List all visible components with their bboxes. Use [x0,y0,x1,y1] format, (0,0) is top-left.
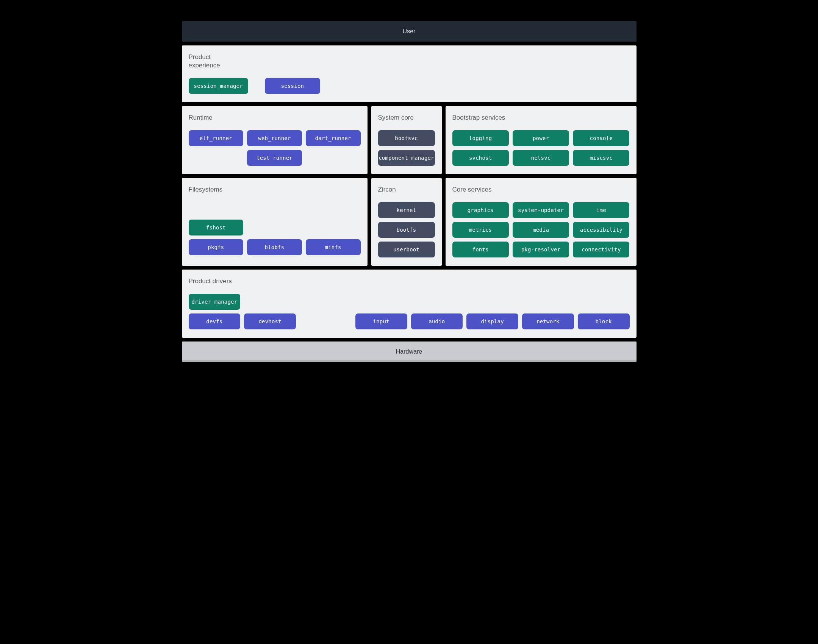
power-chip: power [513,130,569,146]
graphics-chip: graphics [452,202,509,218]
elf-runner-chip: elf_runner [189,130,244,146]
hardware-layer-label: Hardware [396,348,422,355]
block-chip: block [578,313,630,329]
session-manager-chip: session_manager [189,78,248,94]
product-experience-panel: Product experience session_manager sessi… [182,45,637,102]
pkg-resolver-chip: pkg-resolver [513,242,569,257]
user-layer-label: User [403,28,416,34]
miscsvc-chip: miscsvc [573,150,629,166]
core-services-panel: Core services graphics system-updater im… [446,178,637,266]
user-layer-bar: User [182,21,637,42]
media-chip: media [513,222,569,238]
component-manager-chip: component_manager [378,150,435,166]
dart-runner-chip: dart_runner [306,130,361,146]
test-runner-chip: test_runner [247,150,302,166]
network-chip: network [522,313,574,329]
console-chip: console [573,130,629,146]
bootstrap-services-panel: Bootstrap services logging power console… [446,106,637,174]
pkgfs-chip: pkgfs [189,239,244,255]
bootstrap-services-title: Bootstrap services [452,114,630,122]
fshost-chip: fshost [189,220,244,235]
audio-chip: audio [411,313,463,329]
minfs-chip: minfs [306,239,361,255]
zircon-title: Zircon [378,186,435,194]
connectivity-chip: connectivity [573,242,629,257]
ime-chip: ime [573,202,629,218]
kernel-chip: kernel [378,202,435,218]
web-runner-chip: web_runner [247,130,302,146]
devhost-chip: devhost [244,313,296,329]
driver-manager-chip: driver_manager [189,294,241,310]
product-drivers-title: Product drivers [189,277,630,285]
core-services-title: Core services [452,186,630,194]
svchost-chip: svchost [452,150,509,166]
display-chip: display [466,313,518,329]
userboot-chip: userboot [378,242,435,257]
product-drivers-panel: Product drivers driver_manager devfs dev… [182,270,637,338]
input-chip: input [355,313,407,329]
session-chip: session [265,78,320,94]
architecture-diagram: User Product experience session_manager … [179,0,640,365]
fonts-chip: fonts [452,242,509,257]
logging-chip: logging [452,130,509,146]
zircon-panel: Zircon kernel bootfs userboot [371,178,442,266]
accessibility-chip: accessibility [573,222,629,238]
bootfs-chip: bootfs [378,222,435,238]
blobfs-chip: blobfs [247,239,302,255]
hardware-layer-bar: Hardware [182,341,637,362]
devfs-chip: devfs [189,313,241,329]
filesystems-title: Filesystems [189,186,361,194]
product-experience-title: Product experience [189,53,630,70]
runtime-panel: Runtime elf_runner web_runner dart_runne… [182,106,368,174]
netsvc-chip: netsvc [513,150,569,166]
system-core-panel: System core bootsvc component_manager [371,106,442,174]
filesystems-panel: Filesystems fshost pkgfs blobfs minfs [182,178,368,266]
runtime-title: Runtime [189,114,361,122]
metrics-chip: metrics [452,222,509,238]
system-core-title: System core [378,114,435,122]
bootsvc-chip: bootsvc [378,130,435,146]
system-updater-chip: system-updater [513,202,569,218]
